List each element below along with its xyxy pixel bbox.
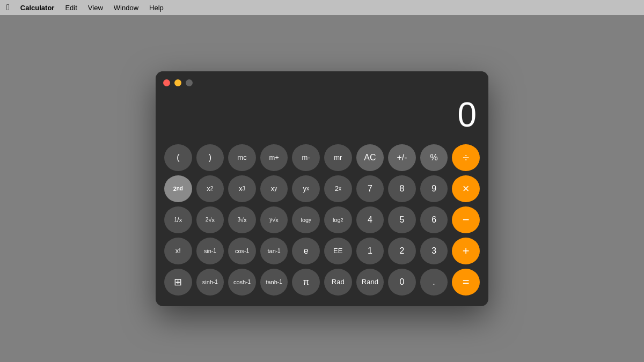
yth-root-x-button[interactable]: y√x xyxy=(260,206,288,233)
log-y-button[interactable]: logy xyxy=(292,206,320,233)
open-paren-button[interactable]: ( xyxy=(164,144,192,171)
one-button[interactable]: 1 xyxy=(356,238,384,264)
acos-button[interactable]: cos-1 xyxy=(228,238,256,264)
cbrt-x-button[interactable]: 3√x xyxy=(228,206,256,233)
two-button[interactable]: 2 xyxy=(388,238,416,264)
mc-button[interactable]: mc xyxy=(228,144,256,171)
decimal-button[interactable]: . xyxy=(420,269,448,295)
two-to-x-button[interactable]: 2x xyxy=(324,175,352,202)
x-squared-button[interactable]: x2 xyxy=(196,175,224,202)
calc-icon-button[interactable]: ⊞ xyxy=(164,269,192,295)
rand-button[interactable]: Rand xyxy=(356,269,384,295)
close-paren-button[interactable]: ) xyxy=(196,144,224,171)
eight-button[interactable]: 8 xyxy=(388,175,416,202)
factorial-button[interactable]: x! xyxy=(164,238,192,264)
four-button[interactable]: 4 xyxy=(356,206,384,233)
pi-button[interactable]: π xyxy=(292,269,320,295)
buttons-grid: ( ) mc m+ m- mr AC +/- % ÷ 2nd x2 x3 xy … xyxy=(156,141,488,298)
x-cubed-button[interactable]: x3 xyxy=(228,175,256,202)
acosh-button[interactable]: cosh-1 xyxy=(228,269,256,295)
asin-button[interactable]: sin-1 xyxy=(196,238,224,264)
plus-minus-button[interactable]: +/- xyxy=(388,144,416,171)
menu-view[interactable]: View xyxy=(88,4,103,12)
menu-calculator[interactable]: Calculator xyxy=(20,4,55,12)
mr-button[interactable]: mr xyxy=(324,144,352,171)
multiply-button[interactable]: × xyxy=(452,175,480,202)
six-button[interactable]: 6 xyxy=(420,206,448,233)
maximize-button[interactable] xyxy=(186,79,193,86)
display: 0 xyxy=(156,95,488,141)
euler-button[interactable]: e xyxy=(292,238,320,264)
seven-button[interactable]: 7 xyxy=(356,175,384,202)
apple-menu[interactable]:  xyxy=(6,3,10,12)
zero-button[interactable]: 0 xyxy=(388,269,416,295)
ee-button[interactable]: EE xyxy=(324,238,352,264)
add-button[interactable]: + xyxy=(452,238,480,264)
three-button[interactable]: 3 xyxy=(420,238,448,264)
menu-help[interactable]: Help xyxy=(149,4,164,12)
second-button[interactable]: 2nd xyxy=(164,175,192,202)
ac-button[interactable]: AC xyxy=(356,144,384,171)
atanh-button[interactable]: tanh-1 xyxy=(260,269,288,295)
menu-edit[interactable]: Edit xyxy=(65,4,77,12)
minimize-button[interactable] xyxy=(174,79,181,86)
menu-window[interactable]: Window xyxy=(114,4,138,12)
m-minus-button[interactable]: m- xyxy=(292,144,320,171)
calculator-window: 0 ( ) mc m+ m- mr AC +/- % ÷ 2nd x2 x3 x… xyxy=(156,71,488,306)
menubar:  Calculator Edit View Window Help xyxy=(0,0,644,15)
close-button[interactable] xyxy=(163,79,170,86)
asinh-button[interactable]: sinh-1 xyxy=(196,269,224,295)
x-to-y-button[interactable]: xy xyxy=(260,175,288,202)
sqrt-x-button[interactable]: 2√x xyxy=(196,206,224,233)
subtract-button[interactable]: − xyxy=(452,206,480,233)
title-bar xyxy=(156,71,488,95)
percent-button[interactable]: % xyxy=(420,144,448,171)
nine-button[interactable]: 9 xyxy=(420,175,448,202)
five-button[interactable]: 5 xyxy=(388,206,416,233)
one-over-x-button[interactable]: 1/x xyxy=(164,206,192,233)
divide-button[interactable]: ÷ xyxy=(452,144,480,171)
y-to-x-button[interactable]: yx xyxy=(292,175,320,202)
log-2-button[interactable]: log2 xyxy=(324,206,352,233)
rad-button[interactable]: Rad xyxy=(324,269,352,295)
equals-button[interactable]: = xyxy=(452,269,480,295)
display-value: 0 xyxy=(457,95,475,135)
desktop: 0 ( ) mc m+ m- mr AC +/- % ÷ 2nd x2 x3 x… xyxy=(0,15,644,362)
atan-button[interactable]: tan-1 xyxy=(260,238,288,264)
m-plus-button[interactable]: m+ xyxy=(260,144,288,171)
